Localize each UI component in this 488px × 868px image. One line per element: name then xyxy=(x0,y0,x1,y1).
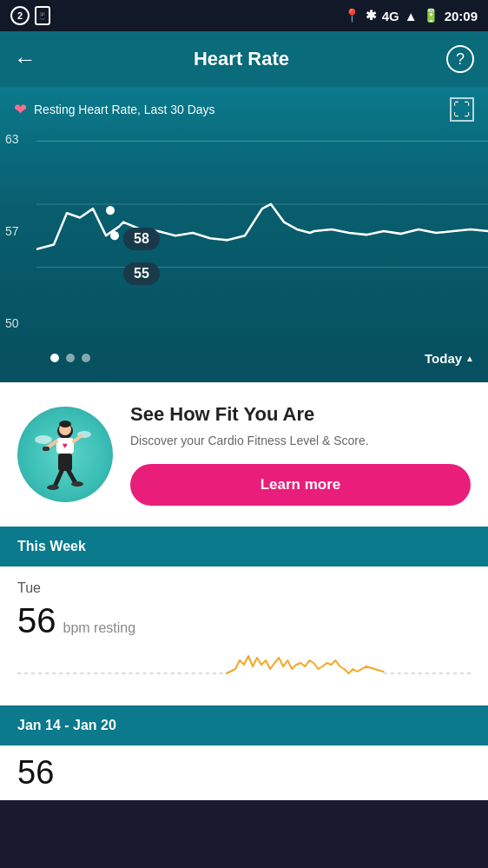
pagination-dots xyxy=(14,354,90,362)
svg-point-3 xyxy=(106,206,115,215)
today-text: Today xyxy=(425,351,462,366)
status-bar: 2 📱 📍 ✱ 4G ▲ 🔋 20:09 xyxy=(0,0,488,31)
page-header: ← Heart Rate ? xyxy=(0,31,488,87)
this-week-header: This Week xyxy=(0,527,488,567)
card-content: See How Fit You Are Discover your Cardio… xyxy=(130,403,471,506)
status-left-icons: 2 📱 xyxy=(10,6,50,25)
svg-line-13 xyxy=(74,436,81,441)
y-axis: 63 57 50 xyxy=(0,132,36,330)
location-icon: 📍 xyxy=(344,8,360,23)
svg-line-16 xyxy=(55,471,62,487)
svg-point-18 xyxy=(47,485,59,490)
tooltip-58: 58 xyxy=(123,228,160,250)
status-right-icons: 📍 ✱ 4G ▲ 🔋 20:09 xyxy=(344,8,478,23)
svg-point-4 xyxy=(110,231,119,240)
svg-line-17 xyxy=(69,471,76,483)
learn-more-button[interactable]: Learn more xyxy=(130,464,471,506)
svg-point-5 xyxy=(35,435,52,444)
week-day-label: Tue xyxy=(17,580,471,596)
chart-title-row: ❤ Resting Heart Rate, Last 30 Days ⛶ xyxy=(0,97,488,130)
figure-svg: ♥ xyxy=(30,415,100,494)
circle-2-icon: 2 xyxy=(10,6,30,25)
date-range-header: Jan 14 - Jan 20 xyxy=(0,706,488,745)
y-label-57: 57 xyxy=(5,224,31,238)
bpm-unit: bpm resting xyxy=(63,620,136,636)
chart-subtitle: Resting Heart Rate, Last 30 Days xyxy=(34,103,215,116)
chart-footer: Today ▲ xyxy=(0,334,488,382)
bottom-bpm-value: 56 xyxy=(0,745,488,800)
dot-2[interactable] xyxy=(66,354,75,362)
bluetooth-icon: ✱ xyxy=(366,8,377,23)
svg-point-9 xyxy=(59,421,71,427)
dot-1[interactable] xyxy=(50,354,59,362)
svg-rect-14 xyxy=(43,447,49,451)
this-week-label: This Week xyxy=(17,539,86,553)
phone-icon: 📱 xyxy=(35,6,50,25)
card-description: Discover your Cardio Fitness Level & Sco… xyxy=(130,433,471,450)
today-arrow-icon: ▲ xyxy=(465,354,474,363)
chart-title: ❤ Resting Heart Rate, Last 30 Days xyxy=(14,100,215,119)
chart-svg-wrapper: 58 55 xyxy=(36,132,488,330)
heart-icon: ❤ xyxy=(14,100,27,119)
time-label: 20:09 xyxy=(445,9,478,23)
chart-line-svg xyxy=(36,132,488,330)
sparkline-svg xyxy=(17,647,471,691)
sparkline-wrapper xyxy=(17,647,471,691)
card-title: See How Fit You Are xyxy=(130,403,471,426)
cardio-fitness-card: ♥ See How Fit You Are Discover your Card… xyxy=(0,382,488,527)
network-label: 4G xyxy=(382,9,399,23)
back-button[interactable]: ← xyxy=(14,46,36,73)
signal-icon: ▲ xyxy=(405,9,418,23)
tooltip-55: 55 xyxy=(123,262,160,285)
y-label-50: 50 xyxy=(5,316,31,330)
dot-3[interactable] xyxy=(82,354,90,362)
week-row-tue: Tue 56 bpm resting xyxy=(0,567,488,706)
page-title: Heart Rate xyxy=(194,48,289,70)
svg-text:♥: ♥ xyxy=(63,441,68,450)
bpm-value: 56 xyxy=(17,601,56,640)
avatar-circle: ♥ xyxy=(17,407,113,502)
bpm-row: 56 bpm resting xyxy=(17,601,471,640)
svg-point-19 xyxy=(71,481,83,487)
expand-icon[interactable]: ⛶ xyxy=(450,97,474,122)
svg-rect-15 xyxy=(58,454,72,471)
help-button[interactable]: ? xyxy=(446,45,474,73)
y-label-63: 63 xyxy=(5,132,31,146)
battery-icon: 🔋 xyxy=(423,8,439,23)
date-range-label: Jan 14 - Jan 20 xyxy=(17,718,116,732)
today-label[interactable]: Today ▲ xyxy=(425,351,474,366)
heart-rate-chart: ❤ Resting Heart Rate, Last 30 Days ⛶ 63 … xyxy=(0,87,488,382)
